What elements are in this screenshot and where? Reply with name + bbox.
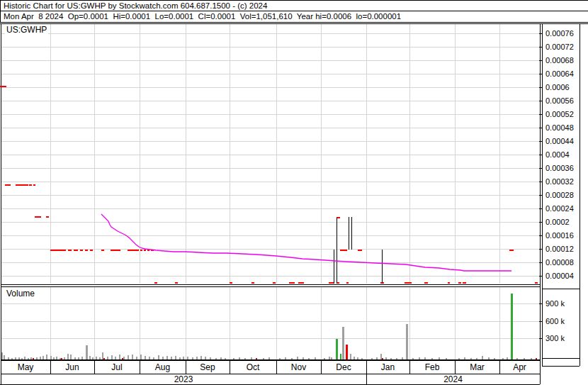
svg-text:Jul: Jul — [111, 362, 122, 372]
svg-text:0.0002: 0.0002 — [545, 218, 570, 226]
svg-text:May: May — [18, 362, 34, 372]
svg-text:0.00072: 0.00072 — [545, 43, 574, 51]
stock-chart-canvas: 0.000760.000720.000680.000640.00060.0005… — [0, 0, 588, 385]
svg-text:0.00012: 0.00012 — [545, 245, 574, 253]
svg-text:Aug: Aug — [155, 362, 170, 372]
svg-text:Sep: Sep — [200, 362, 215, 372]
svg-text:0.00008: 0.00008 — [545, 258, 574, 267]
svg-text:0.00036: 0.00036 — [545, 164, 574, 172]
price-axis-labels: 0.000760.000720.000680.000640.00060.0005… — [545, 29, 574, 280]
svg-text:Jun: Jun — [65, 362, 79, 372]
svg-text:0.00016: 0.00016 — [545, 231, 574, 240]
svg-text:2023: 2023 — [174, 374, 193, 384]
svg-text:0.00052: 0.00052 — [545, 110, 574, 118]
svg-text:Feb: Feb — [425, 362, 440, 372]
svg-text:0.00064: 0.00064 — [545, 69, 574, 78]
svg-text:2024: 2024 — [443, 374, 463, 384]
svg-text:600 k: 600 k — [545, 317, 565, 325]
svg-text:0.00068: 0.00068 — [545, 56, 574, 65]
month-axis-labels: MayJunJulAugSepOctNovDecJanFebMarApr — [18, 362, 526, 372]
svg-text:Dec: Dec — [336, 362, 351, 372]
year-axis-labels: 20232024 — [174, 374, 463, 384]
volume-axis-labels: 900 k600 k300 k — [545, 299, 565, 342]
svg-text:Oct: Oct — [247, 362, 260, 372]
svg-text:300 k: 300 k — [545, 334, 565, 342]
svg-text:0.00056: 0.00056 — [545, 96, 574, 105]
svg-text:0.00032: 0.00032 — [545, 177, 574, 186]
gridlines — [1, 23, 540, 359]
symbol-label: US:GWHP — [5, 25, 48, 35]
svg-text:Jan: Jan — [381, 362, 395, 372]
svg-text:0.00048: 0.00048 — [545, 123, 574, 132]
svg-text:0.0006: 0.0006 — [545, 83, 570, 91]
svg-text:0.00028: 0.00028 — [545, 191, 574, 199]
close-price-marks — [0, 86, 538, 284]
volume-panel-label: Volume — [5, 289, 36, 298]
svg-text:0.00076: 0.00076 — [545, 29, 574, 38]
svg-text:900 k: 900 k — [545, 299, 565, 308]
svg-text:0.0004: 0.0004 — [545, 150, 570, 159]
svg-text:0.00044: 0.00044 — [545, 137, 574, 145]
stockwatch-historic-chart: Historic Chart for US:GWHP by Stockwatch… — [0, 0, 588, 385]
svg-text:0.00024: 0.00024 — [545, 204, 574, 213]
svg-text:Mar: Mar — [470, 362, 485, 372]
svg-text:0.00004: 0.00004 — [545, 272, 574, 280]
svg-text:Apr: Apr — [513, 362, 526, 372]
svg-text:Nov: Nov — [291, 362, 306, 372]
